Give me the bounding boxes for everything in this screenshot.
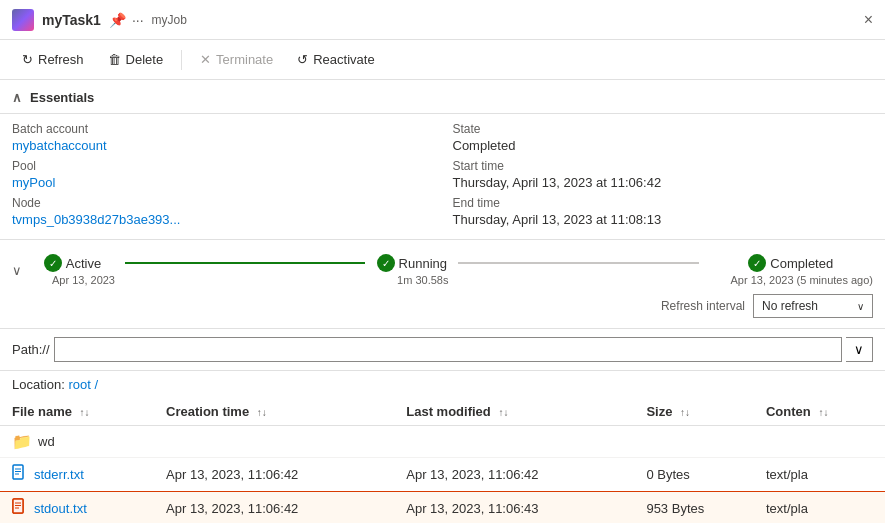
refresh-interval-row: Refresh interval No refresh ∨ — [12, 294, 873, 318]
start-time-item: Start time Thursday, April 13, 2023 at 1… — [453, 159, 874, 190]
node-item: Node tvmps_0b3938d27b3ae393... — [12, 196, 433, 227]
main-content: ∧ Essentials Batch account mybatchaccoun… — [0, 80, 885, 523]
batch-account-link[interactable]: mybatchaccount — [12, 138, 433, 153]
toolbar-divider — [181, 50, 182, 70]
file-name-cell: stderr.txt — [0, 458, 158, 492]
sort-icon-name: ↑↓ — [80, 407, 90, 418]
file-modified-cell: Apr 13, 2023, 11:06:42 — [398, 458, 638, 492]
file-size-cell — [638, 426, 758, 458]
timeline: ∨ ✓ Active Apr 13, 2023 ✓ Running 1m 30.… — [12, 250, 873, 290]
subtitle: myJob — [152, 13, 187, 27]
step-completed-sub: Apr 13, 2023 (5 minutes ago) — [731, 274, 873, 286]
timeline-toggle[interactable]: ∨ — [12, 263, 22, 278]
path-row: Path:// ∨ — [0, 329, 885, 371]
col-size[interactable]: Size ↑↓ — [638, 398, 758, 426]
essentials-grid: Batch account mybatchaccount State Compl… — [0, 114, 885, 240]
table-header-row: File name ↑↓ Creation time ↑↓ Last modif… — [0, 398, 885, 426]
more-icon[interactable]: ··· — [132, 12, 144, 28]
state-item: State Completed — [453, 122, 874, 153]
page-title: myTask1 — [42, 12, 101, 28]
col-content[interactable]: Conten ↑↓ — [758, 398, 885, 426]
connector-2 — [458, 262, 698, 264]
col-filename[interactable]: File name ↑↓ — [0, 398, 158, 426]
terminate-icon: ✕ — [200, 52, 211, 67]
step-completed-check: ✓ — [748, 254, 766, 272]
table-row[interactable]: stdout.txtApr 13, 2023, 11:06:42Apr 13, … — [0, 492, 885, 524]
file-size-cell: 953 Bytes — [638, 492, 758, 524]
file-created-cell — [158, 426, 398, 458]
toolbar: ↻ Refresh 🗑 Delete ✕ Terminate ↺ Reactiv… — [0, 40, 885, 80]
file-modified-cell: Apr 13, 2023, 11:06:43 — [398, 492, 638, 524]
file-content-cell: text/pla — [758, 458, 885, 492]
step-active-sub: Apr 13, 2023 — [52, 274, 115, 286]
file-icon — [12, 498, 28, 519]
delete-button[interactable]: 🗑 Delete — [98, 48, 174, 71]
reactivate-button[interactable]: ↺ Reactivate — [287, 48, 384, 71]
delete-icon: 🗑 — [108, 52, 121, 67]
file-name-cell: 📁wd — [0, 426, 158, 458]
refresh-icon: ↻ — [22, 52, 33, 67]
file-created-cell: Apr 13, 2023, 11:06:42 — [158, 492, 398, 524]
file-icon — [12, 464, 28, 485]
file-size-cell: 0 Bytes — [638, 458, 758, 492]
step-running-check: ✓ — [377, 254, 395, 272]
end-time-item: End time Thursday, April 13, 2023 at 11:… — [453, 196, 874, 227]
step-active: ✓ Active Apr 13, 2023 — [30, 254, 115, 286]
close-button[interactable]: × — [864, 11, 873, 29]
file-content-cell — [758, 426, 885, 458]
terminate-button[interactable]: ✕ Terminate — [190, 48, 283, 71]
file-content-cell: text/pla — [758, 492, 885, 524]
refresh-interval-select[interactable]: No refresh ∨ — [753, 294, 873, 318]
file-modified-cell — [398, 426, 638, 458]
reactivate-icon: ↺ — [297, 52, 308, 67]
sort-icon-content: ↑↓ — [818, 407, 828, 418]
title-bar: myTask1 📌 ··· myJob × — [0, 0, 885, 40]
table-row[interactable]: 📁wd — [0, 426, 885, 458]
dropdown-chevron-icon: ∨ — [857, 301, 864, 312]
step-active-label: Active — [66, 256, 101, 271]
sort-icon-created: ↑↓ — [257, 407, 267, 418]
step-running: ✓ Running 1m 30.58s — [375, 254, 448, 286]
progress-area: ∨ ✓ Active Apr 13, 2023 ✓ Running 1m 30.… — [0, 240, 885, 329]
connector-1 — [125, 262, 365, 264]
collapse-toggle[interactable]: ∧ — [12, 90, 22, 105]
path-dropdown-button[interactable]: ∨ — [846, 337, 873, 362]
location-row: Location: root / — [0, 371, 885, 398]
col-modified[interactable]: Last modified ↑↓ — [398, 398, 638, 426]
step-completed-label: Completed — [770, 256, 833, 271]
node-link[interactable]: tvmps_0b3938d27b3ae393... — [12, 212, 433, 227]
location-path-link[interactable]: root / — [68, 377, 98, 392]
table-row[interactable]: stderr.txtApr 13, 2023, 11:06:42Apr 13, … — [0, 458, 885, 492]
sort-icon-modified: ↑↓ — [498, 407, 508, 418]
step-active-check: ✓ — [44, 254, 62, 272]
pin-icon[interactable]: 📌 — [109, 12, 126, 28]
pool-item: Pool myPool — [12, 159, 433, 190]
file-table-container: File name ↑↓ Creation time ↑↓ Last modif… — [0, 398, 885, 523]
pool-link[interactable]: myPool — [12, 175, 433, 190]
step-running-sub: 1m 30.58s — [397, 274, 448, 286]
step-completed: ✓ Completed Apr 13, 2023 (5 minutes ago) — [709, 254, 873, 286]
file-name-cell: stdout.txt — [0, 492, 158, 524]
sort-icon-size: ↑↓ — [680, 407, 690, 418]
folder-icon: 📁 — [12, 432, 32, 451]
file-table: File name ↑↓ Creation time ↑↓ Last modif… — [0, 398, 885, 523]
file-created-cell: Apr 13, 2023, 11:06:42 — [158, 458, 398, 492]
refresh-button[interactable]: ↻ Refresh — [12, 48, 94, 71]
col-creation[interactable]: Creation time ↑↓ — [158, 398, 398, 426]
step-running-label: Running — [399, 256, 447, 271]
path-chevron-icon: ∨ — [854, 342, 864, 357]
essentials-header: ∧ Essentials — [0, 80, 885, 114]
app-icon — [12, 9, 34, 31]
path-input[interactable] — [54, 337, 842, 362]
batch-account-item: Batch account mybatchaccount — [12, 122, 433, 153]
